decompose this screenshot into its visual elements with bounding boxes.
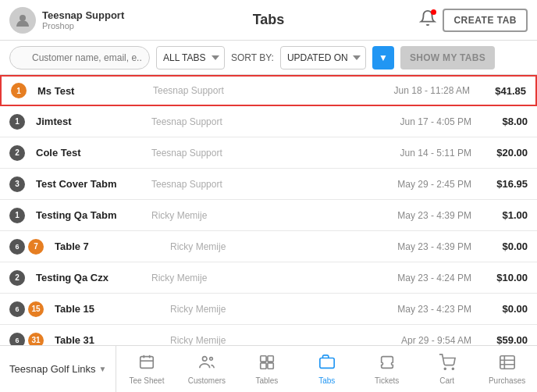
table-row[interactable]: 1 Testing Qa Tabm Ricky Memije May 23 - … xyxy=(0,200,537,231)
user-name: Teesnap Support xyxy=(42,9,124,21)
nav-item-tickets[interactable]: Tickets xyxy=(357,346,417,392)
svg-rect-14 xyxy=(500,355,514,369)
svg-rect-7 xyxy=(261,355,266,361)
tables-icon xyxy=(258,354,276,375)
sort-direction-button[interactable]: ▼ xyxy=(372,46,394,69)
tab-location: Ricky Memije xyxy=(164,335,356,346)
nav-label-customers: Customers xyxy=(188,376,226,385)
tab-name: Table 15 xyxy=(55,303,164,315)
tab-name: Jimtest xyxy=(36,116,145,127)
table-outer-badge: 6 xyxy=(9,301,25,317)
search-wrap: 🔍 xyxy=(9,46,150,69)
tab-amount: $0.00 xyxy=(481,241,528,252)
nav-label-cart: Cart xyxy=(439,376,454,385)
table-row[interactable]: 1 Jimtest Teesnap Support Jun 17 - 4:05 … xyxy=(0,106,537,137)
table-row[interactable]: 6 7 Table 7 Ricky Memije May 23 - 4:39 P… xyxy=(0,231,537,262)
tab-location: Teesnap Support xyxy=(145,148,356,159)
svg-point-12 xyxy=(444,368,446,369)
tab-date: Jun 14 - 5:11 PM xyxy=(356,148,481,159)
tab-date: May 23 - 4:39 PM xyxy=(356,210,481,221)
tab-name: Cole Test xyxy=(36,147,145,159)
chevron-down-icon: ▼ xyxy=(99,365,107,373)
header: Teesnap Support Proshop Tabs CREATE TAB xyxy=(0,0,537,41)
svg-point-6 xyxy=(210,357,213,360)
location-name: Teesnap Golf Links xyxy=(9,363,96,375)
svg-rect-1 xyxy=(140,356,154,368)
nav-label-tables: Tables xyxy=(255,376,278,385)
nav-item-tee-sheet[interactable]: Tee Sheet xyxy=(116,346,176,392)
tab-badge: 1 xyxy=(11,83,27,98)
table-row[interactable]: 2 Testing Qa Czx Ricky Memije May 23 - 4… xyxy=(0,262,537,294)
nav-label-purchases: Purchases xyxy=(489,376,525,385)
nav-label-tickets: Tickets xyxy=(375,376,399,385)
tab-amount: $20.00 xyxy=(481,147,528,159)
tab-amount: $0.00 xyxy=(481,303,528,315)
table-row[interactable]: 2 Cole Test Teesnap Support Jun 14 - 5:1… xyxy=(0,137,537,169)
create-tab-button[interactable]: CREATE TAB xyxy=(443,9,528,32)
nav-item-tabs[interactable]: Tabs xyxy=(297,346,357,392)
tab-location: Ricky Memije xyxy=(145,210,356,221)
tickets-icon xyxy=(379,354,396,375)
svg-rect-9 xyxy=(261,362,266,368)
sort-arrow-icon: ▼ xyxy=(379,52,388,63)
tab-name: Ms Test xyxy=(37,85,147,97)
tab-badge: 3 xyxy=(9,176,25,192)
tab-amount: $41.85 xyxy=(479,85,526,97)
nav-item-customers[interactable]: Customers xyxy=(176,346,236,392)
tab-date: May 23 - 4:23 PM xyxy=(356,304,481,315)
svg-rect-10 xyxy=(268,362,273,368)
tab-amount: $8.00 xyxy=(481,116,528,127)
tab-location: Ricky Memije xyxy=(164,304,356,315)
tab-name: Test Cover Tabm xyxy=(36,178,145,190)
tab-badge: 31 xyxy=(28,333,44,346)
tab-date: Jun 17 - 4:05 PM xyxy=(356,116,481,127)
location-selector[interactable]: Teesnap Golf Links ▼ xyxy=(0,346,116,392)
tab-amount: $59.00 xyxy=(481,334,528,345)
cart-icon xyxy=(439,354,456,375)
tab-name: Testing Qa Czx xyxy=(36,272,145,283)
nav-item-cart[interactable]: Cart xyxy=(417,346,477,392)
nav-items: Tee Sheet Customers Tables Tabs Tickets … xyxy=(116,346,537,392)
nav-item-tables[interactable]: Tables xyxy=(236,346,297,392)
tab-amount: $1.00 xyxy=(481,209,528,221)
notification-icon[interactable] xyxy=(419,9,436,30)
tab-location: Teesnap Support xyxy=(145,179,356,190)
tab-date: Jun 18 - 11:28 AM xyxy=(354,85,479,96)
all-tabs-select[interactable]: ALL TABS xyxy=(156,46,225,69)
bottom-nav: Teesnap Golf Links ▼ Tee Sheet Customers… xyxy=(0,345,537,392)
user-info: Teesnap Support Proshop xyxy=(42,9,124,30)
tab-location: Teesnap Support xyxy=(145,116,356,127)
svg-point-13 xyxy=(452,368,453,369)
tab-amount: $16.95 xyxy=(481,178,528,190)
show-my-tabs-button[interactable]: SHOW MY TABS xyxy=(400,46,495,69)
table-outer-badge: 6 xyxy=(9,333,25,346)
svg-point-0 xyxy=(20,15,26,21)
page-title: Tabs xyxy=(134,12,403,28)
tabs-icon xyxy=(318,354,336,375)
nav-item-purchases[interactable]: Purchases xyxy=(477,346,537,392)
table-outer-badge: 6 xyxy=(9,239,25,255)
table-row[interactable]: 3 Test Cover Tabm Teesnap Support May 29… xyxy=(0,169,537,200)
tab-list: 1 Ms Test Teesnap Support Jun 18 - 11:28… xyxy=(0,75,537,345)
tab-location: Ricky Memije xyxy=(145,273,356,283)
tab-date: May 29 - 2:45 PM xyxy=(356,179,481,190)
nav-label-tabs: Tabs xyxy=(318,376,335,385)
tab-location: Ricky Memije xyxy=(164,241,356,252)
table-row[interactable]: 6 31 Table 31 Ricky Memije Apr 29 - 9:54… xyxy=(0,325,537,345)
table-row[interactable]: 1 Ms Test Teesnap Support Jun 18 - 11:28… xyxy=(0,75,537,106)
header-right: CREATE TAB xyxy=(403,9,528,32)
table-row[interactable]: 6 15 Table 15 Ricky Memije May 23 - 4:23… xyxy=(0,294,537,325)
toolbar: 🔍 ALL TABS SORT BY: UPDATED ON ▼ SHOW MY… xyxy=(0,41,537,75)
purchases-icon xyxy=(499,354,516,375)
avatar xyxy=(9,7,36,34)
tab-date: Apr 29 - 9:54 AM xyxy=(356,335,481,346)
sort-label: SORT BY: xyxy=(231,52,274,63)
sort-select[interactable]: UPDATED ON xyxy=(280,46,366,69)
tab-badge: 2 xyxy=(9,270,25,286)
tab-badge: 2 xyxy=(9,145,25,161)
tab-date: May 23 - 4:39 PM xyxy=(356,241,481,252)
tab-name: Table 7 xyxy=(55,241,164,252)
svg-rect-8 xyxy=(268,355,273,361)
search-input[interactable] xyxy=(9,46,150,69)
tee-sheet-icon xyxy=(138,354,155,375)
